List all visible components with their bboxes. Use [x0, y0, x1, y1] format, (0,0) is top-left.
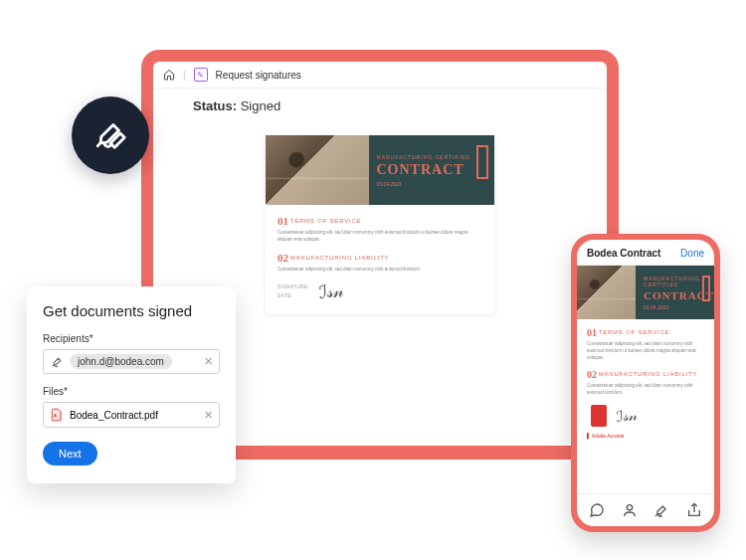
sign-feature-badge	[72, 96, 149, 174]
status-label: Status:	[193, 98, 237, 113]
section-text: Consectetuer adipiscing elit, sed diam n…	[587, 383, 704, 397]
signature-row[interactable]: ℐ𝓈𝓃	[587, 405, 704, 427]
sign-icon[interactable]	[653, 501, 670, 519]
doc-section: 01 TERMS OF SERVICE Consectetuer adipisc…	[278, 215, 482, 244]
app-topbar: | ✎ Request signatures	[153, 62, 607, 89]
section-text: Consectetuer adipiscing elit, sed diam n…	[278, 230, 482, 244]
recipients-label: Recipients*	[43, 333, 220, 344]
signature-mark: ℐ𝓈𝓃	[617, 406, 639, 425]
document-hero-image	[577, 266, 636, 319]
sign-icon	[93, 116, 127, 154]
doc-section: 02 MANUFACTURING LIABILITY Consectetuer …	[278, 252, 482, 274]
divider: |	[183, 70, 186, 81]
files-label: Files*	[43, 386, 220, 397]
section-title: TERMS OF SERVICE	[599, 329, 670, 335]
dialog-title: Get documents signed	[43, 302, 220, 319]
doc-accent-box	[702, 276, 710, 301]
request-signatures-icon[interactable]: ✎	[194, 68, 208, 82]
phone-document-view[interactable]: MANUFACTURING CERTIFIED CONTRACT 03.04.2…	[577, 266, 714, 493]
phone-doc-title: Bodea Contract	[587, 248, 660, 259]
home-icon[interactable]	[163, 69, 175, 81]
profile-icon[interactable]	[621, 501, 639, 519]
comment-icon[interactable]	[588, 501, 606, 519]
share-icon[interactable]	[685, 501, 703, 519]
section-title: TERMS OF SERVICE	[290, 218, 362, 224]
recipients-input[interactable]: john.d@bodea.com ✕	[43, 349, 220, 374]
pen-icon	[50, 355, 64, 369]
phone-screen: Bodea Contract Done MANUFACTURING CERTIF…	[577, 240, 714, 526]
document-hero-panel: MANUFACTURING CERTIFIED CONTRACT 03.04.2…	[636, 266, 714, 319]
signature-labels: SIGNATURE: DATE:	[278, 282, 309, 300]
section-text: Consectetuer adipiscing elit, sed diam n…	[587, 341, 704, 361]
section-number: 02	[278, 252, 288, 264]
doc-section: 02 MANUFACTURING LIABILITY Consectetuer …	[587, 369, 704, 397]
recipient-chip[interactable]: john.d@bodea.com	[70, 354, 172, 369]
document-hero-panel: MANUFACTURING CERTIFIED CONTRACT 03.04.2…	[369, 135, 495, 205]
phone-header: Bodea Contract Done	[577, 240, 714, 266]
status-value: Signed	[241, 98, 280, 113]
files-input[interactable]: A Bodea_Contract.pdf ✕	[43, 402, 220, 428]
status-row: Status: Signed	[153, 89, 607, 117]
signature-row: SIGNATURE: DATE: ℐ𝓈𝓃	[278, 280, 482, 302]
adobe-badge: ▌ Adobe Acrobat	[587, 433, 704, 439]
pdf-icon: A	[50, 408, 64, 422]
clear-file-icon[interactable]: ✕	[204, 409, 213, 422]
section-number: 01	[587, 327, 597, 338]
svg-point-1	[627, 505, 632, 510]
document-hero-image	[266, 135, 369, 205]
phone-toolbar	[577, 493, 714, 526]
topbar-title: Request signatures	[216, 70, 301, 81]
clear-recipient-icon[interactable]: ✕	[204, 355, 213, 368]
section-title: MANUFACTURING LIABILITY	[290, 255, 390, 261]
doc-accent-box	[476, 145, 488, 179]
section-number: 02	[587, 369, 597, 380]
next-button[interactable]: Next	[43, 442, 97, 466]
section-text: Consectetuer adipiscing elit, sed diam n…	[278, 267, 482, 274]
phone-device: Bodea Contract Done MANUFACTURING CERTIF…	[571, 234, 720, 532]
section-number: 01	[278, 215, 288, 227]
section-title: MANUFACTURING LIABILITY	[599, 371, 698, 377]
doc-date: 03.04.2023	[644, 304, 714, 310]
file-name: Bodea_Contract.pdf	[70, 410, 158, 421]
signature-stamp-icon[interactable]	[591, 405, 607, 427]
doc-date: 03.04.2023	[377, 181, 495, 187]
get-documents-signed-dialog: Get documents signed Recipients* john.d@…	[27, 286, 236, 483]
document-preview: MANUFACTURING CERTIFIED CONTRACT 03.04.2…	[266, 135, 494, 314]
doc-section: 01 TERMS OF SERVICE Consectetuer adipisc…	[587, 327, 704, 361]
signature-mark: ℐ𝓈𝓃	[319, 280, 344, 303]
svg-text:A: A	[54, 413, 57, 418]
done-button[interactable]: Done	[680, 248, 704, 259]
